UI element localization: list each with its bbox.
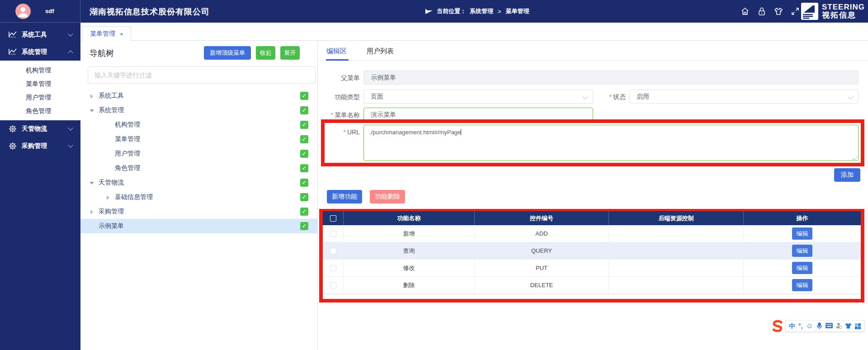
function-table: 功能名称 控件编号 后端资源控制 操作 新增 ADD 编辑 查询 QUERY 编… bbox=[323, 211, 861, 294]
function-name-cell: 删除 bbox=[344, 277, 475, 293]
table-row: 删除 DELETE 编辑 bbox=[323, 277, 861, 294]
user-block[interactable]: sdf bbox=[0, 0, 80, 23]
select-all-checkbox[interactable] bbox=[330, 215, 336, 222]
ime-emoji-icon[interactable]: ☺ bbox=[806, 322, 813, 330]
checked-icon[interactable]: ✓ bbox=[300, 121, 308, 129]
expand-all-button[interactable]: 展开 bbox=[280, 46, 300, 60]
sidebar: 系统工具 系统管理 机构管理 菜单管理 用户管理 角色管理 天管物流 bbox=[0, 23, 80, 350]
tab-user-list[interactable]: 用户列表 bbox=[367, 47, 394, 56]
tree-item[interactable]: 机构管理 ✓ bbox=[80, 118, 317, 132]
checked-icon[interactable]: ✓ bbox=[300, 164, 308, 172]
tree-item[interactable]: 采购管理 ✓ bbox=[80, 204, 317, 219]
checked-icon[interactable]: ✓ bbox=[300, 135, 308, 143]
breadcrumb: 当前位置： 系统管理 > 菜单管理 bbox=[425, 7, 529, 15]
add-top-menu-button[interactable]: 新增顶级菜单 bbox=[204, 46, 251, 60]
edit-button[interactable]: 编辑 bbox=[792, 279, 812, 291]
url-value: ./purchmanagement.html#/myPage bbox=[369, 129, 461, 136]
add-button[interactable]: 添加 bbox=[834, 168, 860, 182]
text-caret bbox=[461, 129, 461, 135]
sidebar-submenu: 机构管理 菜单管理 用户管理 角色管理 bbox=[0, 61, 80, 120]
ime-keyboard-icon[interactable] bbox=[826, 323, 833, 329]
add-function-button[interactable]: 新增功能 bbox=[327, 190, 362, 203]
tree-item[interactable]: 系统管理 ✓ bbox=[80, 103, 317, 118]
sogou-logo-icon[interactable] bbox=[771, 319, 784, 333]
edit-button[interactable]: 编辑 bbox=[792, 262, 812, 274]
tab-menu-management[interactable]: 菜单管理 × bbox=[82, 26, 131, 41]
expand-arrow-icon[interactable] bbox=[90, 210, 93, 214]
expand-arrow-icon[interactable] bbox=[107, 195, 109, 200]
home-icon[interactable] bbox=[740, 6, 750, 16]
breadcrumb-page[interactable]: 菜单管理 bbox=[506, 7, 529, 15]
checked-icon[interactable]: ✓ bbox=[300, 193, 308, 201]
active-tab-underline bbox=[326, 59, 349, 61]
menu-tree: 系统工具 ✓ 系统管理 ✓ 机构管理 ✓ 菜单管理 ✓ 用户管理 ✓ 角色管理 … bbox=[80, 89, 317, 233]
sidebar-subitem-user[interactable]: 用户管理 bbox=[0, 90, 80, 104]
parent-menu-value: 示例菜单 bbox=[371, 74, 396, 82]
tree-filter-input[interactable] bbox=[88, 66, 316, 84]
ime-toolbox-icon[interactable] bbox=[855, 323, 861, 329]
table-row: 新增 ADD 编辑 bbox=[323, 225, 861, 242]
row-checkbox[interactable] bbox=[330, 248, 336, 254]
ime-skin-icon[interactable] bbox=[845, 323, 852, 330]
collapse-arrow-icon[interactable] bbox=[90, 182, 94, 184]
lock-icon[interactable] bbox=[756, 6, 767, 16]
checked-icon[interactable]: ✓ bbox=[300, 106, 308, 114]
parent-menu-label: 父菜单 bbox=[318, 74, 360, 82]
checked-icon[interactable]: ✓ bbox=[300, 92, 308, 100]
brand-logo: STEERING 视拓信息 bbox=[801, 3, 865, 20]
checked-icon[interactable]: ✓ bbox=[300, 150, 308, 158]
backend-resource-cell bbox=[609, 277, 744, 293]
tab-edit-area[interactable]: 编辑区 bbox=[326, 47, 347, 56]
gear-icon bbox=[8, 142, 17, 151]
sidebar-item-system-mgmt[interactable]: 系统管理 bbox=[0, 43, 80, 61]
checked-icon[interactable]: ✓ bbox=[300, 208, 308, 216]
row-checkbox[interactable] bbox=[330, 282, 336, 289]
chevron-down-icon bbox=[848, 94, 854, 99]
ime-chinese-mode-icon[interactable]: 中 bbox=[789, 323, 795, 329]
sidebar-item-system-tools[interactable]: 系统工具 bbox=[0, 26, 80, 43]
tree-item[interactable]: 基础信息管理 ✓ bbox=[80, 190, 317, 204]
row-checkbox[interactable] bbox=[330, 231, 336, 237]
tree-item-selected[interactable]: 示例菜单 ✓ bbox=[80, 219, 317, 233]
tree-item[interactable]: 菜单管理 ✓ bbox=[80, 132, 317, 147]
backend-resource-cell bbox=[609, 260, 744, 276]
table-header-row: 功能名称 控件编号 后端资源控制 操作 bbox=[323, 211, 861, 225]
sidebar-item-label: 系统管理 bbox=[22, 48, 47, 56]
column-header: 后端资源控制 bbox=[609, 211, 744, 225]
tree-item[interactable]: 用户管理 ✓ bbox=[80, 147, 317, 161]
tree-item[interactable]: 角色管理 ✓ bbox=[80, 161, 317, 175]
url-textarea[interactable]: ./purchmanagement.html#/myPage bbox=[363, 125, 859, 161]
theme-shirt-icon[interactable] bbox=[773, 6, 783, 16]
tree-item[interactable]: 系统工具 ✓ bbox=[80, 89, 317, 103]
checked-icon[interactable]: ✓ bbox=[300, 222, 308, 230]
ime-punctuation-icon[interactable]: °, bbox=[798, 323, 803, 329]
breadcrumb-section[interactable]: 系统管理 bbox=[470, 7, 493, 15]
expand-arrow-icon[interactable] bbox=[90, 94, 93, 99]
close-icon[interactable]: × bbox=[120, 31, 123, 38]
sidebar-subitem-role[interactable]: 角色管理 bbox=[0, 104, 80, 118]
fullscreen-icon[interactable] bbox=[790, 6, 800, 16]
control-code-cell: ADD bbox=[475, 225, 609, 242]
sidebar-item-tg-logistics[interactable]: 天管物流 bbox=[0, 120, 80, 137]
tree-item[interactable]: 天管物流 ✓ bbox=[80, 175, 317, 190]
ime-voice-icon[interactable] bbox=[816, 322, 822, 330]
sidebar-item-purchase-mgmt[interactable]: 采购管理 bbox=[0, 137, 80, 155]
edit-button[interactable]: 编辑 bbox=[792, 227, 812, 240]
sidebar-item-label: 采购管理 bbox=[22, 142, 47, 150]
ime-account-icon[interactable] bbox=[836, 322, 842, 330]
delete-function-button[interactable]: 功能删除 bbox=[370, 190, 405, 203]
table-row: 查询 QUERY 编辑 bbox=[323, 242, 861, 260]
checked-icon[interactable]: ✓ bbox=[300, 179, 308, 187]
collapse-all-button[interactable]: 收起 bbox=[256, 46, 275, 60]
resize-handle[interactable] bbox=[851, 156, 859, 160]
backend-resource-cell bbox=[609, 225, 744, 242]
row-checkbox[interactable] bbox=[330, 265, 336, 271]
edit-button[interactable]: 编辑 bbox=[792, 245, 812, 257]
avatar[interactable] bbox=[15, 4, 31, 19]
backend-resource-cell bbox=[609, 242, 744, 259]
sidebar-subitem-menu[interactable]: 菜单管理 bbox=[0, 77, 80, 90]
collapse-arrow-icon[interactable] bbox=[90, 109, 94, 112]
status-select[interactable]: 启用 bbox=[629, 90, 859, 104]
sidebar-subitem-org[interactable]: 机构管理 bbox=[0, 63, 80, 77]
function-type-select[interactable]: 页面 bbox=[363, 90, 593, 104]
